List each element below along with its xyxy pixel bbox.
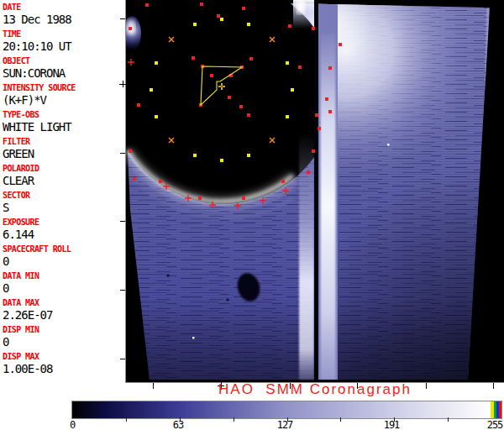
red-fiducial-dot (312, 149, 315, 153)
red-fiducial-dot (318, 127, 321, 130)
red-fiducial-dot (247, 113, 250, 117)
meta-field-value: 13 Dec 1988 (3, 13, 124, 26)
coronagraph-image[interactable] (126, 0, 504, 382)
meta-field-label: SECTOR (3, 191, 124, 200)
red-fiducial-dot (210, 74, 213, 77)
red-fiducial-dot (159, 180, 162, 183)
meta-field: INTENSITY SOURCE(K+F)*V (3, 83, 124, 107)
meta-field-label: DISP MAX (3, 352, 124, 361)
red-fiducial-dot (325, 97, 328, 101)
colorbar-gradient (72, 401, 501, 418)
meta-field-label: TYPE-OBS (3, 110, 124, 119)
colorbar-tick (448, 417, 449, 422)
coronagraph-viewer-window: DATE13 Dec 1988TIME20:10:10 UTOBJECTSUN:… (0, 0, 504, 430)
red-fiducial-dot (339, 43, 342, 46)
red-fiducial-dot (242, 7, 245, 10)
red-fiducial-dot (228, 96, 231, 99)
meta-field: POLAROIDCLEAR (3, 164, 124, 187)
meta-field-value: 0 (3, 254, 124, 268)
meta-field: OBJECTSUN:CORONA (3, 56, 124, 80)
red-fiducial-dot (145, 3, 149, 7)
meta-field: DATA MIN0 (3, 271, 124, 295)
meta-field-label: EXPOSURE (3, 218, 124, 227)
meta-field: SECTORS (3, 191, 124, 214)
meta-field-value: 0 (3, 281, 124, 295)
colorbar-tick-label: 127 (277, 419, 293, 430)
red-fiducial-dot (249, 57, 253, 60)
red-fiducial-dot (312, 27, 315, 30)
colorbar-tick (126, 417, 127, 422)
red-fiducial-dot (281, 180, 285, 183)
meta-field-label: POLAROID (3, 164, 124, 173)
pylon-left-band (299, 133, 314, 380)
meta-field: DISP MIN0 (3, 325, 124, 349)
pylon-dark-line (314, 0, 318, 380)
red-fiducial-dot (200, 3, 203, 6)
meta-field-value: S (3, 201, 124, 214)
colorbar-tick (394, 417, 395, 422)
metadata-panel: DATE13 Dec 1988TIME20:10:10 UTOBJECTSUN:… (0, 0, 126, 382)
meta-field-value: GREEN (3, 147, 124, 160)
meta-field-value: 1.00E-08 (3, 362, 124, 375)
meta-field: SPACECRAFT ROLL0 (3, 244, 124, 268)
meta-field: DATE13 Dec 1988 (3, 3, 124, 26)
meta-field-label: INTENSITY SOURCE (3, 83, 124, 92)
yellow-fiducial-dot (155, 61, 158, 65)
meta-field-label: DATA MIN (3, 271, 124, 281)
meta-field: FILTERGREEN (3, 137, 124, 160)
red-fiducial-dot (198, 197, 202, 200)
red-fiducial-dot (307, 170, 310, 174)
colorbar-tick (180, 417, 181, 422)
image-title: HAO SMM Coronagraph (126, 381, 504, 398)
colorbar-end-stripe (491, 401, 494, 418)
yellow-fiducial-dot (220, 18, 223, 21)
red-fiducial-dot (288, 24, 291, 28)
red-fiducial-dot (217, 14, 220, 18)
meta-field-label: DISP MIN (3, 325, 124, 334)
yellow-fiducial-dot (150, 88, 153, 92)
red-fiducial-dot (129, 27, 132, 30)
meta-field-label: DATA MAX (3, 298, 124, 307)
colorbar-tick (287, 417, 288, 422)
red-fiducial-dot (315, 113, 318, 117)
dark-speck (166, 274, 170, 277)
starburst-mark-center (221, 86, 223, 87)
meta-field-label: SPACECRAFT ROLL (3, 244, 124, 254)
colorbar-tick (340, 417, 341, 422)
red-fiducial-dot (239, 105, 243, 108)
yellow-fiducial-dot (193, 23, 197, 26)
red-fiducial-dot (129, 149, 132, 153)
meta-field-value: WHITE LIGHT (3, 120, 124, 134)
red-fiducial-dot (328, 66, 332, 70)
colorbar-tick (234, 417, 234, 422)
meta-field: TYPE-OBSWHITE LIGHT (3, 110, 124, 134)
yellow-fiducial-dot (220, 159, 223, 162)
yellow-fiducial-dot (247, 23, 250, 26)
yellow-fiducial-dot (286, 61, 289, 65)
yellow-fiducial-dot (286, 115, 289, 118)
red-fiducial-dot (137, 103, 140, 107)
meta-field: TIME20:10:10 UT (3, 29, 124, 53)
red-fiducial-dot (192, 56, 195, 60)
meta-field-label: DATE (3, 3, 124, 12)
meta-field-value: 0 (3, 335, 124, 349)
red-fiducial-dot (133, 177, 136, 181)
meta-field-value: 20:10:10 UT (3, 39, 124, 53)
meta-field-label: OBJECT (3, 56, 124, 66)
colorbar-tick-label: 255 (487, 419, 503, 430)
meta-field: EXPOSURE6.144 (3, 218, 124, 241)
meta-field-value: (K+F)*V (3, 93, 124, 107)
meta-field: DISP MAX1.00E-08 (3, 352, 124, 375)
meta-field-value: SUN:CORONA (3, 66, 124, 80)
meta-field: DATA MAX2.26E-07 (3, 298, 124, 322)
coronagraph-canvas (126, 0, 504, 382)
yellow-fiducial-dot (193, 154, 197, 157)
red-fiducial-dot (298, 66, 302, 69)
meta-field-value: 6.144 (3, 228, 124, 241)
white-speck (387, 144, 390, 146)
red-fiducial-dot (242, 197, 245, 200)
colorbar-tick-label: 0 (70, 419, 75, 430)
colorbar-end-stripe (494, 401, 496, 418)
red-fiducial-dot (328, 110, 332, 113)
meta-field-value: 2.26E-07 (3, 308, 124, 322)
